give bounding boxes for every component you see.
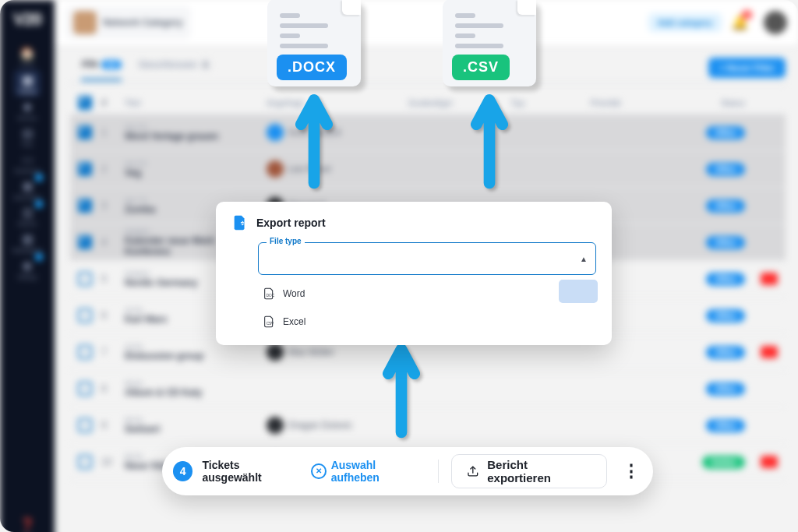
- row-checkbox[interactable]: [78, 199, 92, 213]
- sidebar-item-help[interactable]: ❓Help: [14, 515, 41, 532]
- org-avatar: [73, 11, 97, 34]
- alert-badge: [761, 346, 778, 358]
- close-circle-icon: ✕: [311, 463, 327, 479]
- row-checkbox[interactable]: [78, 418, 92, 432]
- svg-text:CSV: CSV: [267, 322, 274, 326]
- file-type-select[interactable]: File type ▲: [258, 242, 596, 275]
- option-excel[interactable]: CSV Excel: [258, 308, 596, 336]
- tab-all[interactable]: Alle62: [81, 58, 122, 81]
- sidebar: V20 🏠Home▦Tickets◆Devices▤Files▭Monitori…: [0, 0, 55, 532]
- dialog-title: Export report: [256, 217, 326, 229]
- caret-up-icon: ▲: [580, 255, 588, 263]
- docx-badge: .DOCX: [277, 55, 347, 80]
- export-icon: [231, 214, 249, 231]
- row-checkbox[interactable]: [78, 382, 92, 396]
- sidebar-item-home[interactable]: 🏠Home: [14, 44, 41, 70]
- topbar: Network Category Add category 🔔 2: [55, 0, 798, 46]
- selection-label: Tickets ausgewählt: [202, 459, 300, 484]
- sidebar-item-devices[interactable]: ◆Devices: [14, 97, 41, 123]
- user-avatar[interactable]: [764, 11, 787, 34]
- word-file-icon: DOC: [263, 287, 275, 300]
- sidebar-item-files[interactable]: ▤Files: [14, 123, 41, 150]
- arrow-up-icon: [385, 343, 418, 432]
- option-word[interactable]: DOC Word: [258, 280, 596, 308]
- file-type-label: File type: [267, 237, 305, 245]
- file-card-csv: .CSV: [443, 0, 536, 86]
- excel-file-icon: CSV: [263, 315, 275, 328]
- selection-action-bar: 4 Tickets ausgewählt ✕ Auswahl aufheben …: [162, 447, 653, 495]
- sidebar-item-marketplace[interactable]: ▦Marketplace: [14, 229, 41, 255]
- more-actions-button[interactable]: ⋮: [616, 456, 647, 487]
- row-checkbox[interactable]: [78, 125, 92, 139]
- table-row[interactable]: 908.04.SwitzerlDragan DulovicOffen: [70, 407, 786, 444]
- csv-badge: .CSV: [452, 55, 510, 80]
- upload-icon: [466, 464, 480, 478]
- filter-tabs: Alle62 Geschlossen6 + Neuer Filter: [70, 56, 786, 84]
- file-card-docx: .DOCX: [267, 0, 361, 86]
- sidebar-item-monitoring[interactable]: ▭Monitoring: [14, 150, 41, 176]
- row-checkbox[interactable]: [78, 235, 92, 249]
- org-switcher[interactable]: Network Category: [65, 6, 191, 39]
- sidebar-item-settings[interactable]: ◉Settings: [14, 255, 41, 282]
- sidebar-item-automation[interactable]: ▣Automation: [14, 176, 41, 203]
- file-type-options: DOC Word CSV Excel: [258, 280, 596, 336]
- arrow-up-icon: [473, 93, 506, 183]
- select-all-checkbox[interactable]: [78, 96, 92, 110]
- brand-logo: V20: [13, 9, 41, 30]
- row-checkbox[interactable]: [78, 345, 92, 359]
- sidebar-item-tickets[interactable]: ▦Tickets: [14, 70, 41, 97]
- divider: [438, 460, 439, 483]
- deselect-button[interactable]: ✕ Auswahl aufheben: [311, 459, 425, 484]
- export-report-button[interactable]: Bericht exportieren: [451, 454, 607, 488]
- tab-closed[interactable]: Geschlossen6: [139, 59, 211, 80]
- row-checkbox[interactable]: [78, 272, 92, 286]
- row-checkbox[interactable]: [78, 308, 92, 322]
- arrow-up-icon: [298, 93, 330, 183]
- row-checkbox[interactable]: [78, 455, 92, 469]
- table-header: # Titel Angefragt Zuständiger Typ Priori…: [70, 92, 786, 115]
- sidebar-item-reports[interactable]: ▥Reports: [14, 203, 41, 229]
- table-row[interactable]: 2Vor 5 hVegLeo RoserOffen: [70, 151, 786, 188]
- table-row[interactable]: 1Vor 3 hWord Vorlage grauenSven Vetterli…: [70, 115, 786, 151]
- alert-badge: [761, 456, 778, 468]
- alert-badge: [761, 273, 778, 285]
- notification-badge: 2: [742, 10, 752, 19]
- primary-action-button[interactable]: Add category: [648, 13, 722, 32]
- row-checkbox[interactable]: [78, 162, 92, 176]
- org-name: Network Category: [103, 17, 183, 28]
- export-report-dialog: Export report File type ▲ DOC Word CSV: [216, 202, 612, 345]
- selection-count: 4: [173, 461, 192, 481]
- new-filter-button[interactable]: + Neuer Filter: [708, 58, 786, 78]
- dialog-submit-button[interactable]: [559, 280, 598, 303]
- svg-text:DOC: DOC: [267, 294, 275, 298]
- table-row[interactable]: 808.04.Album & CD KatyOffen: [70, 371, 786, 407]
